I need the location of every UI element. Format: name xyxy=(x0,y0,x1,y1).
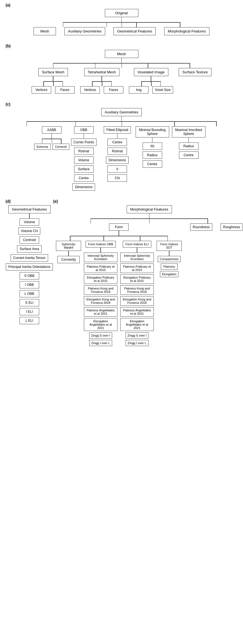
c-aabb-node: AABB Extrema Centroid xyxy=(38,126,66,150)
c-obb-volume: Volume xyxy=(74,157,94,164)
c-min-sphere-xb: Xb xyxy=(143,143,162,150)
c-min-sphere-radius: Radius xyxy=(143,151,162,159)
c-ellipsoid: Fitted Ellipsoid xyxy=(104,126,131,134)
c-obb-dimensions: Dimensions xyxy=(72,183,95,191)
e-foi-sot-flat: Flatness xyxy=(161,263,178,270)
e-root: Morphological Features xyxy=(127,205,172,213)
c-root: Auxiliary Geometries xyxy=(101,108,142,116)
a-geo-feat: Geometrical Features xyxy=(114,27,156,35)
e-foi-eli-elong3: Elongation Angelidakis et al 2021 xyxy=(120,318,154,331)
a-root: Original xyxy=(105,9,138,17)
e-form: Form xyxy=(109,223,129,231)
section-b-tree: Mesh Surface Mesh xyxy=(6,50,237,94)
c-min-sphere-centre: Centre xyxy=(143,160,162,168)
e-foi-obb-elong2: Elongation Kong and Fonseca 2018 xyxy=(84,296,117,306)
d-i-obb: I OBB xyxy=(20,281,39,288)
d-volume: Volume xyxy=(20,218,39,226)
e-foi-sot: Form Indices SOT xyxy=(157,241,182,251)
b-vox-image: Voxelated Image xyxy=(134,68,168,76)
section-e-label: (e) xyxy=(53,199,242,204)
b-vox-size: Voxel Size xyxy=(152,86,173,94)
section-e: (e) Morphological Features For xyxy=(53,199,242,346)
section-c-tree: Auxiliary Geometries AABB xyxy=(6,108,237,191)
a-morph-feat: Morphological Features xyxy=(164,27,209,35)
e-foi-obb-elong1: Elongation Potticary et al 2015 xyxy=(84,274,117,284)
e-level1: Form Sphericit xyxy=(56,223,242,346)
e-foi-obb-children: Intercept Sphericity Krumbein Flatness P… xyxy=(84,253,117,346)
c-max-sphere: Maximal Inscribed Sphere xyxy=(172,126,206,137)
e-foi-eli-node: Form Indices ELI Intercept Sphericity Kr… xyxy=(120,241,154,346)
e-roughness-node: Roughness xyxy=(221,223,243,346)
e-foi-eli-elong1: Elongation Potticary et al 2015 xyxy=(120,274,154,284)
c-max-sphere-node: Maximal Inscribed Sphere Radius Centre xyxy=(172,126,206,159)
e-foi-sot-elong: Elongation xyxy=(160,271,178,277)
e-foi-sot-children: Compactness Flatness Elongation xyxy=(158,256,180,277)
e-roundness: Roundness xyxy=(190,223,212,231)
d-s-eli: S ELI xyxy=(20,299,39,306)
e-foi-eli-zingg2: Zingg I over L xyxy=(126,340,148,346)
d-s-obb: S OBB xyxy=(20,272,39,279)
e-foi-obb-flat1: Flatness Potticary et al 2015 xyxy=(84,263,117,273)
c-aabb-extrema: Extrema xyxy=(34,144,51,150)
d-root: Geometrical Features xyxy=(8,205,51,213)
b-vox-node: Voxelated Image Img Voxel Size xyxy=(129,68,173,94)
b-surface-mesh: Surface Mesh xyxy=(38,68,68,76)
e-convexity: Convexity xyxy=(57,256,80,263)
e-foi-eli-zingg1: Zingg S over I xyxy=(126,332,148,339)
c-children-row: AABB Extrema Centroid OBB Corner P xyxy=(6,126,237,191)
d-i-eli: I ELI xyxy=(20,308,39,315)
section-c: (c) Auxiliary Geometries AABB xyxy=(6,102,237,191)
section-a: (a) Original Mesh Auxiliary Geometries G… xyxy=(6,3,237,35)
e-foi-sot-compact: Compactness xyxy=(158,256,180,262)
e-foi-eli: Form Indices ELI xyxy=(123,241,151,248)
c-obb-rotmat: Rotmat xyxy=(74,148,94,155)
c-obb-centre: Centre xyxy=(74,174,94,182)
b-surface-mesh-node: Surface Mesh Vertices Faces xyxy=(32,68,75,94)
c-min-sphere-node: Minimal Bounding Sphere Xb Radius Centre xyxy=(136,126,169,168)
b-surf-texture-node: Surface Texture xyxy=(179,68,211,76)
section-c-label: (c) xyxy=(6,102,237,106)
b-surface-mesh-faces: Faces xyxy=(55,86,75,94)
d-principal-inertia: Principal Inertia Orientations xyxy=(6,263,53,270)
c-obb-corner: Corner Points xyxy=(71,139,96,146)
e-roundness-node: Roundness xyxy=(190,223,212,346)
c-max-sphere-centre: Centre xyxy=(179,151,199,159)
a-aux-geo: Auxiliary Geometries xyxy=(64,27,105,35)
c-obb-surface: Surface xyxy=(74,165,94,173)
section-a-tree: Original Mesh Auxiliary Geometries Geome… xyxy=(6,9,237,35)
e-foi-eli-children: Intercept Sphericity Krumbein Flatness P… xyxy=(120,253,154,346)
section-d-tree: Geometrical Features Volume Volume CH Ce… xyxy=(6,205,53,324)
section-a-label: (a) xyxy=(6,3,237,7)
e-foi-sot-node: Form Indices SOT Compactness Flatness El… xyxy=(157,241,182,277)
e-sphericity-wadell: Sphericity Wadell xyxy=(56,241,81,251)
e-foi-eli-flat1: Flatness Potticary et al 2015 xyxy=(120,263,154,273)
a-children: Mesh Auxiliary Geometries Geometrical Fe… xyxy=(6,27,237,35)
a-root-vline xyxy=(121,17,122,22)
c-aabb: AABB xyxy=(42,126,62,134)
b-surface-mesh-vertices: Vertices xyxy=(32,86,51,94)
c-aabb-centroid: Centroid xyxy=(53,144,69,150)
b-surf-texture: Surface Texture xyxy=(179,68,211,76)
e-foi-obb-elong3: Elongation Angelidakis et al 2021 xyxy=(84,318,117,331)
d-current-inertia-tensor: Current Inertia Tensor xyxy=(11,254,48,262)
e-form-node: Form Sphericit xyxy=(56,223,182,346)
c-ellipsoid-v: V xyxy=(107,165,127,173)
e-foi-eli-flat3: Flatness Angelidakis et al 2021 xyxy=(120,307,154,317)
e-form-children: Sphericity Wadell Convexity Form Indices… xyxy=(56,241,182,346)
c-obb: OBB xyxy=(74,126,94,134)
c-min-sphere: Minimal Bounding Sphere xyxy=(136,126,169,137)
e-foi-obb-flat3: Flatness Angelidakis et al 2021 xyxy=(84,307,117,317)
e-foi-eli-isp: Intercept Sphericity Krumbein xyxy=(120,253,154,262)
b-tet-mesh-faces: Faces xyxy=(104,86,123,94)
b-root: Mesh xyxy=(105,50,138,58)
section-e-tree: Morphological Features Form xyxy=(53,205,242,346)
c-ellipsoid-chi: Chi xyxy=(107,174,127,182)
section-d-label: (d) xyxy=(6,199,53,204)
b-tet-mesh-vertices: Vertices xyxy=(80,86,100,94)
b-tet-mesh: Tetrahedral Mesh xyxy=(84,68,119,76)
section-b-label: (b) xyxy=(6,44,237,48)
e-foi-obb-zingg2: Zingg I over L xyxy=(89,340,112,346)
c-ellipsoid-node: Fitted Ellipsoid Centre Rotmat Dimension… xyxy=(102,126,133,182)
d-volume-ch: Volume CH xyxy=(18,227,41,235)
e-sphericity-wadell-node: Sphericity Wadell Convexity xyxy=(56,241,81,263)
